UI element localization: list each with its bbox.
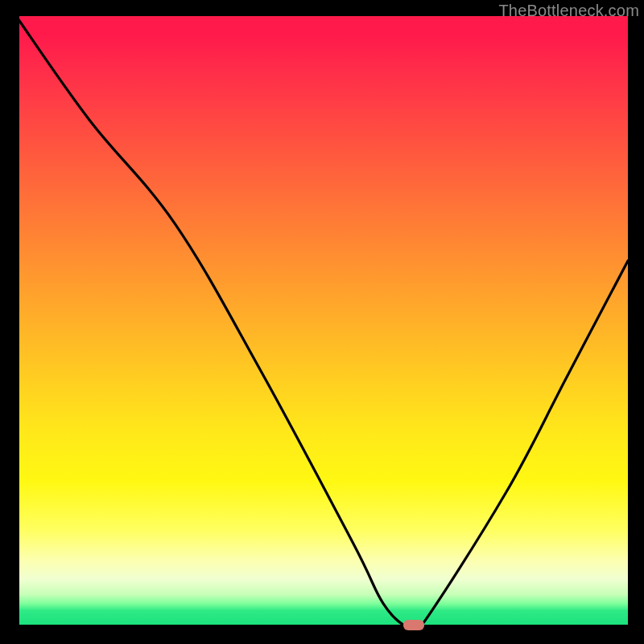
y-axis	[16, 16, 19, 628]
plot-background-gradient	[16, 16, 628, 628]
watermark-text: TheBottleneck.com	[498, 2, 639, 20]
bottleneck-chart: TheBottleneck.com	[0, 0, 644, 644]
x-axis	[16, 625, 628, 628]
